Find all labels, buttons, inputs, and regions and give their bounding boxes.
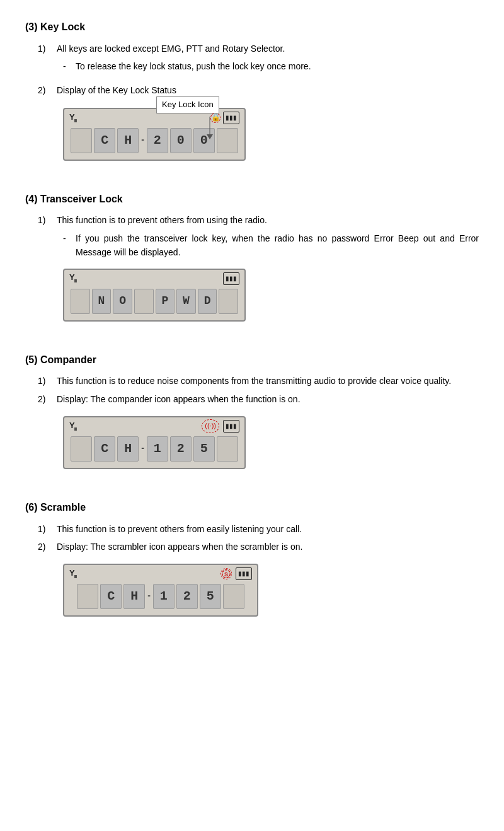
seg-char-2: 2 <box>176 584 198 609</box>
seg-dash: - <box>141 441 144 457</box>
seg-char-1: 1 <box>147 436 168 462</box>
item-text: This function is to prevent others from … <box>57 213 479 227</box>
seg-char-ghost2 <box>217 436 238 462</box>
bullet-dash: - <box>63 59 76 73</box>
bullet-text: If you push the transceiver lock key, wh… <box>76 231 479 260</box>
key-lock-bullet1: - To release the key lock status, push t… <box>25 59 479 73</box>
key-lock-title: (3) Key Lock <box>25 19 479 35</box>
item-number: 2) <box>38 540 57 554</box>
item-number: 1) <box>38 374 57 388</box>
scramble-item1: 1) This function is to prevent others fr… <box>25 522 479 536</box>
transceiver-lock-item1: 1) This function is to prevent others fr… <box>25 213 479 227</box>
signal-icon: YIII <box>69 419 76 433</box>
item-number: 1) <box>38 213 57 227</box>
item-number: 2) <box>38 83 57 97</box>
compander-item2: 2) Display: The compander icon appears w… <box>25 392 479 406</box>
seg-char-5: 5 <box>200 584 221 609</box>
seg-char-2: 2 <box>147 128 168 153</box>
compander-item1: 1) This function is to reduce noise comp… <box>25 374 479 388</box>
seg-char-0a: 0 <box>170 128 192 153</box>
seg-char-n: N <box>92 289 112 314</box>
section-compander: (5) Compander 1) This function is to red… <box>25 352 479 482</box>
seg-char-5: 5 <box>193 436 215 462</box>
segment-display: C H - 1 2 5 <box>69 581 252 612</box>
seg-char-p: P <box>156 289 175 314</box>
seg-char-1: 1 <box>153 584 175 609</box>
seg-char-ghost <box>71 289 90 314</box>
battery-icon: ▮▮▮ <box>223 420 239 433</box>
section-transceiver-lock: (4) Transceiver Lock 1) This function is… <box>25 191 479 334</box>
signal-icon: YIII <box>69 271 76 285</box>
compander-title: (5) Compander <box>25 352 479 368</box>
seg-char-ghost2 <box>223 584 244 609</box>
callout-arrow <box>207 117 232 139</box>
seg-char-h: H <box>117 128 139 153</box>
item-text: Display: The compander icon appears when… <box>57 392 479 406</box>
item-number: 1) <box>38 42 57 55</box>
callout-box: Key Lock Icon <box>156 96 219 113</box>
svg-marker-1 <box>207 134 213 139</box>
seg-char-2: 2 <box>170 436 192 462</box>
segment-display: C H - 1 2 5 <box>69 434 239 464</box>
seg-dash: - <box>147 588 151 605</box>
scramble-display: YIII S ▮▮▮ C H - 1 2 5 <box>63 564 258 617</box>
key-lock-item1: 1) All keys are locked except EMG, PTT a… <box>25 42 479 55</box>
item-text: Display: The scrambler icon appears when… <box>57 540 479 554</box>
scramble-item2: 2) Display: The scrambler icon appears w… <box>25 540 479 554</box>
signal-icon: YIII <box>69 567 76 581</box>
scramble-display-wrapper: YIII S ▮▮▮ C H - 1 2 5 <box>63 564 258 617</box>
item-number: 1) <box>38 522 57 536</box>
scramble-title: (6) Scramble <box>25 499 479 516</box>
seg-char-space <box>134 289 154 314</box>
bullet-dash: - <box>63 231 76 260</box>
seg-char-ghost <box>71 128 92 153</box>
no-pwd-display: YIII ▮▮▮ N O P W D <box>63 269 246 322</box>
seg-char-h: H <box>117 436 139 462</box>
battery-icon: ▮▮▮ <box>223 272 239 285</box>
item-text: This function is to reduce noise compone… <box>57 374 479 388</box>
seg-char-c: C <box>94 128 115 153</box>
signal-icon: YIII <box>69 111 76 125</box>
seg-char-ghost <box>77 584 98 609</box>
section-scramble: (6) Scramble 1) This function is to prev… <box>25 499 479 629</box>
callout-label: Key Lock Icon <box>162 100 214 109</box>
transceiver-lock-display-wrapper: YIII ▮▮▮ N O P W D <box>63 269 246 322</box>
svg-text:S: S <box>224 571 228 578</box>
compander-display: YIII ((·)) ▮▮▮ C H - 1 2 5 <box>63 416 246 469</box>
compander-display-wrapper: YIII ((·)) ▮▮▮ C H - 1 2 5 <box>63 416 246 469</box>
seg-char-w: W <box>176 289 196 314</box>
seg-char-ghost <box>71 436 92 462</box>
bullet-text: To release the key lock status, push the… <box>76 59 479 73</box>
scramble-icon: S <box>220 568 232 579</box>
key-lock-item2: 2) Display of the Key Lock Status <box>25 83 479 97</box>
seg-char-c: C <box>94 436 115 462</box>
section-key-lock: (3) Key Lock 1) All keys are locked exce… <box>25 19 479 173</box>
compander-icon: ((·)) <box>202 419 219 433</box>
seg-char-h: H <box>123 584 145 609</box>
item-text: All keys are locked except EMG, PTT and … <box>57 42 479 55</box>
seg-char-d: D <box>198 289 217 314</box>
transceiver-lock-title: (4) Transceiver Lock <box>25 191 479 207</box>
item-text: This function is to prevent others from … <box>57 522 479 536</box>
seg-char-c: C <box>100 584 122 609</box>
seg-char-o: O <box>113 289 132 314</box>
seg-char-ghost2 <box>219 289 238 314</box>
seg-dash: - <box>141 132 144 149</box>
segment-display: N O P W D <box>69 286 239 317</box>
item-text: Display of the Key Lock Status <box>57 83 479 97</box>
item-number: 2) <box>38 392 57 406</box>
transceiver-lock-bullet1: - If you push the transceiver lock key, … <box>25 231 479 260</box>
battery-icon: ▮▮▮ <box>236 567 252 580</box>
